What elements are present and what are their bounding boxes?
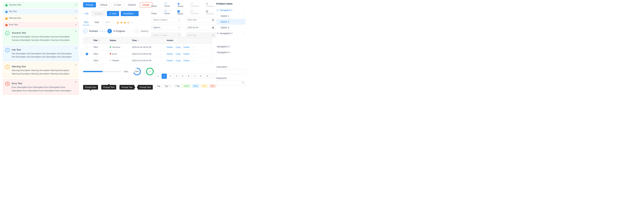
pager-prev[interactable]: ‹ <box>150 74 154 79</box>
chevron-up-icon: ˄ <box>244 9 245 11</box>
alert-title: Info Text <box>12 48 72 51</box>
cell-status: Default <box>107 57 130 64</box>
primary-icon-button[interactable]: Icon <box>107 11 119 16</box>
tag-green[interactable]: Green <box>182 84 190 88</box>
pager-page[interactable]: 2 <box>162 74 167 79</box>
password-label: Password : <box>216 77 245 79</box>
radio-default[interactable]: Radio <box>151 3 159 7</box>
check-icon: ✓ <box>5 4 8 7</box>
col-title[interactable]: Title <box>93 39 98 42</box>
nav-option[interactable]: Option 1 <box>216 13 245 19</box>
alerts-column: ✓Success Text ✕ iInfo Text ✕ !Warning Te… <box>3 2 78 95</box>
nav-option[interactable]: Option 3 <box>216 25 245 31</box>
radio-selected[interactable]: Select <box>178 2 185 8</box>
tag-default[interactable]: Tag <box>156 84 162 88</box>
row-checkbox[interactable] <box>86 53 88 55</box>
close-icon[interactable]: ✕ <box>75 23 77 27</box>
cell-title: Title2 <box>91 51 107 57</box>
pager-page[interactable]: 7 <box>192 74 198 79</box>
star-icon[interactable]: ★ <box>124 21 126 25</box>
close-icon[interactable]: ✕ <box>75 80 77 84</box>
tooltip: Prompt Text <box>138 85 153 90</box>
select-value[interactable]: Option1▾ <box>151 25 181 30</box>
alert-desc: Warning Description Warning Description … <box>12 69 69 75</box>
pager-page[interactable]: 3 <box>168 74 173 79</box>
sort-icon[interactable]: ▲▼ <box>98 40 100 42</box>
pager-page[interactable]: 9 <box>204 74 210 79</box>
default-button[interactable]: Default <box>98 2 110 8</box>
nav-4[interactable]: Navigation 4 <box>216 50 245 55</box>
alert-title: Success Text <box>9 4 21 6</box>
chevron-down-icon: ▾ <box>178 27 180 29</box>
pager-next[interactable]: › <box>210 74 216 79</box>
check-icon: ✓ <box>83 29 88 33</box>
progress-fill <box>83 71 102 72</box>
tag-dashed[interactable]: + Tag <box>173 84 181 88</box>
pager-page[interactable]: 1 <box>156 74 161 79</box>
sort-icon[interactable]: ▲▼ <box>137 40 139 42</box>
close-icon[interactable]: ✕ <box>75 47 77 50</box>
checkbox-disabled: Disabled <box>190 10 200 15</box>
checkbox-hover[interactable]: Hover <box>164 10 172 15</box>
star-empty-icon[interactable]: ★ <box>130 21 134 25</box>
row-checkbox[interactable] <box>86 46 88 48</box>
radio-row: Radio Hover Select Disabled Disabled <box>151 2 216 8</box>
col-status: Status <box>107 37 130 44</box>
calendar-icon: ▦ <box>212 19 214 21</box>
nav-3[interactable]: Navigation 3 <box>216 44 245 50</box>
checkbox-all[interactable] <box>86 39 88 41</box>
close-icon[interactable]: ✕ <box>75 4 77 7</box>
close-icon[interactable]: ✕ <box>75 30 77 33</box>
star-half-icon[interactable]: ★ <box>127 21 130 25</box>
username-input[interactable] <box>216 69 245 74</box>
step-number-icon: 2 <box>108 29 112 33</box>
select-placeholder[interactable]: Select a Option▾ <box>151 17 181 22</box>
alert-error-small: ✕Error Text ✕ <box>3 22 78 27</box>
alert-warning-small: !Warning Text ✕ <box>3 16 78 21</box>
rate[interactable]: ★ ★ ★ ★ ★ <box>116 21 134 25</box>
icon-button[interactable]: Icon <box>112 2 124 8</box>
danger-button[interactable]: Danger <box>140 2 152 8</box>
col-time[interactable]: Time <box>132 39 137 42</box>
disabled-button: Disabled <box>92 11 105 16</box>
nav-option[interactable]: Option 2 <box>216 19 245 25</box>
primary-button[interactable]: Primary <box>83 2 96 8</box>
pager-page[interactable]: 5 <box>180 74 185 79</box>
date-placeholder[interactable]: Start date▦ <box>186 17 216 22</box>
date-disabled: Start date▦ <box>186 33 216 38</box>
close-icon[interactable]: ✕ <box>75 64 77 67</box>
tag-red[interactable]: Red <box>209 84 216 88</box>
close-icon[interactable]: ✕ <box>75 10 77 13</box>
tag-default[interactable]: Tag✕ <box>163 84 172 88</box>
star-icon[interactable]: ★ <box>116 21 119 25</box>
date-value[interactable]: 2020-01-04▦ <box>186 25 216 30</box>
checkbox-default[interactable]: Radio <box>151 10 159 15</box>
tab-2[interactable]: Tab2 <box>94 20 100 25</box>
pager-page[interactable]: 6 <box>186 74 191 79</box>
row-checkbox[interactable] <box>86 59 88 61</box>
checkbox-disabled-checked: Disabled <box>206 10 216 15</box>
close-icon[interactable]: ✕ <box>75 17 77 20</box>
nav-2[interactable]: Navigation 2 ˅ <box>216 31 245 36</box>
pager-page[interactable]: 8 <box>198 74 204 79</box>
alert-info-big: i Info Text Info Description Info Descri… <box>3 46 78 61</box>
star-icon[interactable]: ★ <box>120 21 123 25</box>
alert-error-big: ✕ Error Text Error Description Error Des… <box>3 79 78 95</box>
dropdown-button[interactable]: Dropdown▾ <box>121 11 139 16</box>
eye-off-icon[interactable] <box>242 81 244 84</box>
tag-blue[interactable]: Blue <box>192 84 199 88</box>
checkbox-selected[interactable]: Select <box>178 10 185 15</box>
nav-1[interactable]: Navigation 1 ˄ <box>216 7 245 13</box>
tab-1[interactable]: Tab1 <box>84 20 89 25</box>
radio-disabled-checked: Disabled <box>206 2 216 8</box>
password-input[interactable] <box>216 80 245 85</box>
close-icon[interactable]: ✕ <box>168 85 170 87</box>
link-button[interactable]: Link <box>83 11 90 16</box>
progress-circle-label: 68% <box>133 68 141 76</box>
dashed-button[interactable]: Dashed <box>125 2 138 8</box>
radio-hover[interactable]: Hover <box>164 3 172 7</box>
cell-status: Success <box>107 44 130 51</box>
tooltip: Prompt Text <box>120 85 134 90</box>
tag-gold[interactable]: Gold <box>201 84 208 88</box>
pager-page[interactable]: 4 <box>174 74 179 79</box>
